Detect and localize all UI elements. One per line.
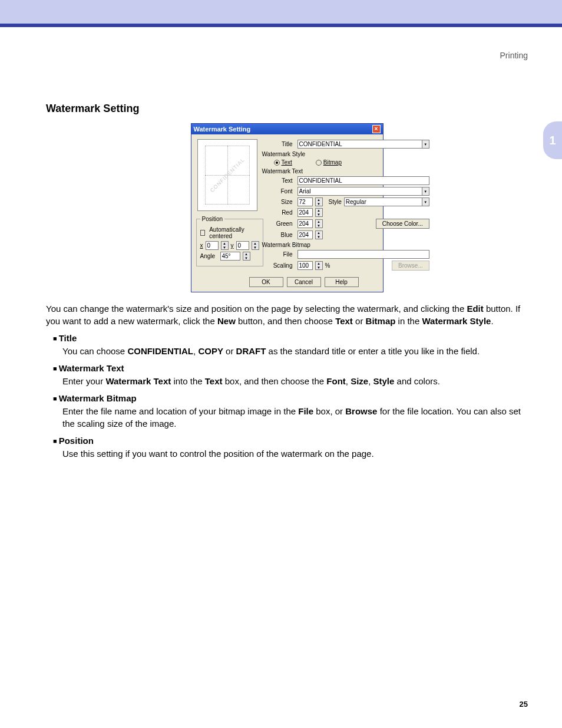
- title-combo[interactable]: [297, 140, 422, 149]
- green-spinner[interactable]: ▲▼: [315, 219, 323, 228]
- bullet-watermark-bitmap: Watermark Bitmap: [53, 393, 528, 403]
- position-group: Position Automatically centered x ▲▼ y: [196, 216, 263, 266]
- cancel-button[interactable]: Cancel: [287, 277, 321, 287]
- intro-paragraph: You can change the watermark's size and …: [46, 303, 528, 327]
- auto-center-label: Automatically centered: [209, 226, 259, 239]
- chapter-tab: 1: [543, 121, 562, 159]
- y-input[interactable]: [236, 241, 249, 250]
- font-label: Font: [262, 188, 295, 195]
- font-dropdown-icon[interactable]: ▼: [422, 187, 429, 196]
- font-combo[interactable]: [297, 187, 422, 196]
- blue-label: Blue: [262, 232, 295, 238]
- file-input[interactable]: [297, 250, 429, 259]
- bullet-watermark-text: Watermark Text: [53, 363, 528, 373]
- x-label: x: [200, 242, 203, 249]
- bullet-watermark-bitmap-body: Enter the file name and location of your…: [62, 406, 528, 430]
- size-input[interactable]: [297, 197, 313, 206]
- x-input[interactable]: [206, 241, 219, 250]
- style-bitmap-radio[interactable]: Bitmap: [316, 159, 342, 166]
- text-label: Text: [262, 177, 295, 184]
- size-spinner[interactable]: ▲▼: [315, 197, 323, 206]
- angle-input[interactable]: [220, 252, 240, 261]
- bullet-position: Position: [53, 436, 528, 446]
- browse-button[interactable]: Browse...: [392, 261, 429, 271]
- help-button[interactable]: Help: [325, 277, 359, 287]
- bullet-position-body: Use this setting if you want to control …: [62, 448, 528, 460]
- page-number: 25: [520, 700, 528, 709]
- style-dropdown-icon[interactable]: ▼: [422, 197, 429, 206]
- title-label: Title: [262, 141, 295, 147]
- style-text-radio[interactable]: Text: [274, 159, 292, 166]
- scaling-unit: %: [325, 262, 330, 269]
- file-label: File: [262, 251, 295, 258]
- bitmap-group-label: Watermark Bitmap: [262, 242, 429, 248]
- text-input[interactable]: [297, 176, 429, 185]
- top-header-strip: [0, 0, 562, 27]
- ok-button[interactable]: OK: [249, 277, 283, 287]
- scaling-input[interactable]: [297, 261, 313, 270]
- red-input[interactable]: [297, 208, 313, 217]
- auto-center-checkbox[interactable]: [200, 230, 206, 236]
- x-spinner[interactable]: ▲▼: [221, 241, 229, 250]
- y-label: y: [231, 242, 234, 249]
- text-group-label: Watermark Text: [262, 168, 429, 174]
- title-dropdown-icon[interactable]: ▼: [422, 140, 429, 149]
- style-label: Style: [329, 199, 342, 205]
- style-combo[interactable]: [344, 197, 422, 206]
- running-header: Printing: [500, 51, 528, 60]
- blue-spinner[interactable]: ▲▼: [315, 230, 323, 239]
- scaling-spinner[interactable]: ▲▼: [315, 261, 323, 270]
- scaling-label: Scaling: [262, 262, 295, 269]
- watermark-setting-dialog: Watermark Setting × CONFIDENTIAL Positio…: [191, 123, 384, 292]
- red-spinner[interactable]: ▲▼: [315, 208, 323, 217]
- choose-color-button[interactable]: Choose Color...: [376, 219, 429, 229]
- size-label: Size: [262, 199, 295, 205]
- y-spinner[interactable]: ▲▼: [252, 241, 259, 250]
- bullet-watermark-text-body: Enter your Watermark Text into the Text …: [62, 375, 528, 387]
- angle-label: Angle: [200, 253, 218, 259]
- blue-input[interactable]: [297, 230, 313, 239]
- close-icon[interactable]: ×: [372, 125, 381, 133]
- style-group-label: Watermark Style: [262, 151, 429, 157]
- position-legend: Position: [200, 216, 225, 222]
- green-input[interactable]: [297, 219, 313, 228]
- section-title: Watermark Setting: [46, 103, 528, 115]
- red-label: Red: [262, 209, 295, 216]
- bullet-title: Title: [53, 333, 528, 343]
- bullet-title-body: You can choose CONFIDENTIAL, COPY or DRA…: [62, 345, 528, 357]
- dialog-titlebar: Watermark Setting ×: [191, 124, 383, 134]
- green-label: Green: [262, 220, 295, 227]
- dialog-title: Watermark Setting: [194, 124, 251, 134]
- watermark-preview: CONFIDENTIAL: [197, 139, 257, 211]
- angle-spinner[interactable]: ▲▼: [243, 252, 250, 261]
